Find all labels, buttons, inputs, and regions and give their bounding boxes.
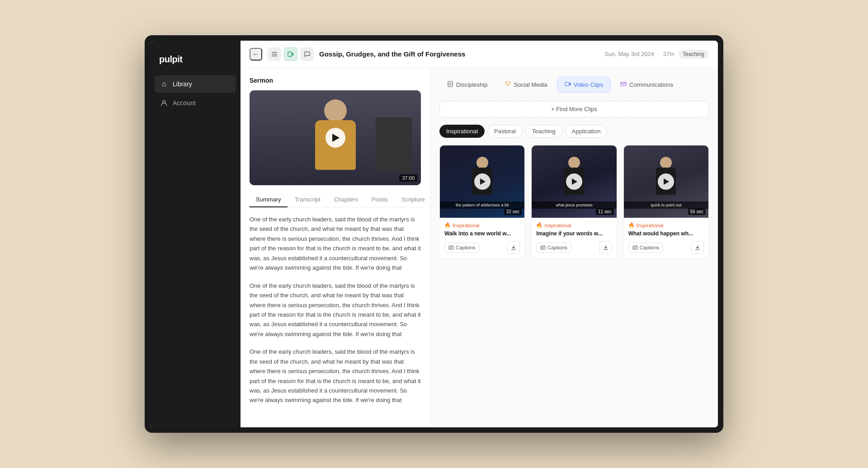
tab-transcript[interactable]: Transcript — [288, 192, 327, 207]
clip-1-download-button[interactable] — [507, 241, 520, 254]
video-clips-label: Video Clips — [574, 81, 604, 88]
top-bar-icons — [268, 47, 314, 61]
filter-pastoral[interactable]: Pastoral — [487, 125, 523, 138]
meta-duration: 37m — [663, 51, 675, 57]
meta-date: Sun, May 3rd 2024 — [604, 51, 654, 57]
teaching-badge: Teaching — [678, 50, 709, 59]
discipleship-label: Discipleship — [456, 81, 487, 88]
clip-2-captions-button[interactable]: Captions — [536, 243, 571, 253]
chat-button[interactable] — [300, 47, 314, 61]
clip-card-1[interactable]: the pattern of wilderness a bit 32 sec 🔥… — [439, 145, 525, 259]
discipleship-icon — [447, 81, 453, 89]
clip-1-title: Walk into a new world w... — [444, 230, 520, 238]
tab-chapters[interactable]: Chapters — [328, 192, 364, 207]
clip-3-actions: Captions — [628, 241, 704, 254]
left-panel: Sermon — [241, 68, 430, 427]
clip-3-tag: 🔥 Inspirational — [628, 222, 704, 228]
device-frame: pulpit ⌂ Library Account — [145, 35, 723, 433]
clip-1-actions: Captions — [444, 241, 520, 254]
clip-3-duration: 56 sec — [688, 208, 706, 215]
sidebar-item-library[interactable]: ⌂ Library — [155, 75, 236, 93]
flame-icon-1: 🔥 — [444, 222, 451, 228]
clip-3-subtitle: quick to point out — [624, 201, 708, 209]
svg-rect-11 — [449, 246, 453, 249]
tab-social-media[interactable]: Social Media — [497, 77, 555, 93]
clip-2-title: Imagine if your words w... — [536, 230, 612, 238]
sidebar: pulpit ⌂ Library Account — [150, 41, 241, 427]
filter-teaching[interactable]: Teaching — [525, 125, 562, 138]
video-play-button[interactable] — [326, 128, 345, 148]
sidebar-item-account-label: Account — [173, 99, 196, 107]
list-view-button[interactable] — [268, 47, 281, 61]
social-media-label: Social Media — [514, 81, 547, 88]
right-panel: Discipleship Social Media — [430, 68, 718, 427]
tab-scripture[interactable]: Scripture — [395, 192, 430, 207]
filter-inspirational[interactable]: Inspirational — [439, 125, 485, 138]
summary-paragraph-1: One of the early church leaders, said th… — [250, 215, 421, 273]
filter-application[interactable]: Application — [565, 125, 608, 138]
main-content: ← — [241, 41, 718, 427]
video-view-button[interactable] — [284, 47, 297, 61]
video-clips-icon — [565, 81, 571, 89]
clip-3-info: 🔥 Inspirational What would happen wh... … — [624, 218, 708, 258]
flame-icon-3: 🔥 — [628, 222, 635, 228]
clip-2-tag: 🔥 Inspirational — [536, 222, 612, 228]
clip-1-subtitle: the pattern of wilderness a bit — [440, 201, 524, 209]
content-area: Sermon — [241, 68, 718, 427]
sermon-video-thumbnail[interactable]: 37:00 — [250, 90, 421, 185]
clip-2-actions: Captions — [536, 241, 612, 254]
clip-3-download-button[interactable] — [691, 241, 704, 254]
clip-1-info: 🔥 Inspirational Walk into a new world w.… — [440, 218, 524, 258]
meta-separator: · — [658, 51, 660, 57]
sidebar-nav: ⌂ Library Account — [150, 75, 241, 112]
top-bar: ← — [241, 41, 718, 68]
clip-thumbnail-1: the pattern of wilderness a bit 32 sec — [440, 145, 524, 218]
back-button[interactable]: ← — [250, 48, 262, 61]
clip-3-title: What would happen wh... — [628, 230, 704, 238]
flame-icon-2: 🔥 — [536, 222, 542, 228]
filter-tabs: Inspirational Pastoral Teaching Applicat… — [439, 125, 709, 138]
clip-2-download-button[interactable] — [599, 241, 612, 254]
sermon-tabs: Summary Transcript Chapters Points Scrip… — [250, 192, 421, 207]
video-duration: 37:00 — [399, 174, 417, 182]
summary-paragraph-3: One of the early church leaders, said th… — [250, 347, 421, 405]
sidebar-item-library-label: Library — [173, 80, 192, 88]
tab-communications[interactable]: Communications — [613, 77, 681, 93]
clip-1-play-button[interactable] — [474, 173, 491, 190]
tab-summary[interactable]: Summary — [250, 192, 288, 207]
svg-rect-9 — [565, 82, 569, 86]
clip-3-play-button[interactable] — [658, 173, 674, 190]
clip-2-subtitle: what jesus promises — [532, 201, 616, 209]
tab-video-clips[interactable]: Video Clips — [557, 77, 611, 93]
sermon-section-title: Sermon — [250, 77, 421, 84]
tab-points[interactable]: Points — [365, 192, 394, 207]
clip-thumbnail-3: quick to point out 56 sec — [624, 145, 708, 218]
svg-rect-4 — [288, 52, 292, 56]
clip-card-2[interactable]: what jesus promises 11 sec 🔥 Inspiration… — [531, 145, 617, 259]
clips-grid: the pattern of wilderness a bit 32 sec 🔥… — [439, 145, 709, 259]
app-logo: pulpit — [150, 50, 241, 75]
svg-rect-3 — [272, 56, 277, 56]
top-bar-meta: Sun, May 3rd 2024 · 37m Teaching — [604, 50, 709, 59]
library-icon: ⌂ — [160, 80, 168, 88]
clip-2-duration: 11 sec — [596, 208, 613, 215]
sermon-title: Gossip, Grudges, and the Gift of Forgive… — [319, 50, 599, 58]
svg-rect-1 — [272, 52, 277, 53]
social-media-icon — [505, 81, 511, 89]
account-icon — [160, 99, 168, 107]
communications-label: Communications — [629, 81, 673, 88]
svg-rect-2 — [272, 54, 277, 55]
tab-discipleship[interactable]: Discipleship — [439, 77, 495, 93]
content-tabs: Discipleship Social Media — [439, 77, 709, 93]
clip-1-captions-button[interactable]: Captions — [444, 243, 479, 253]
sidebar-item-account[interactable]: Account — [155, 94, 236, 112]
clip-card-3[interactable]: quick to point out 56 sec 🔥 Inspirationa… — [623, 145, 709, 259]
clip-2-play-button[interactable] — [566, 173, 582, 190]
clip-thumbnail-2: what jesus promises 11 sec — [532, 145, 616, 218]
app-container: pulpit ⌂ Library Account — [150, 41, 718, 427]
communications-icon — [620, 81, 627, 89]
clip-3-captions-button[interactable]: Captions — [628, 243, 663, 253]
svg-rect-17 — [633, 246, 637, 249]
find-more-clips-button[interactable]: + Find More Clips — [439, 101, 709, 117]
clip-2-info: 🔥 Inspirational Imagine if your words w.… — [532, 218, 616, 258]
